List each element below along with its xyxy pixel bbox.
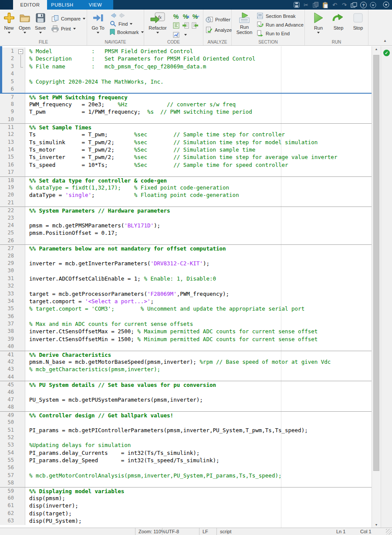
line-number[interactable]: 22: [0, 207, 17, 214]
forward-icon[interactable]: [119, 13, 126, 18]
code-line-9[interactable]: 9T_pwm = 1/PWM_frequency; %s // PWM swit…: [0, 108, 372, 115]
line-number[interactable]: 47: [0, 396, 17, 403]
code-line-8[interactable]: 8PWM_frequency = 20e3; %Hz // converter …: [0, 101, 372, 108]
line-number[interactable]: 60: [0, 494, 17, 502]
line-number[interactable]: 11: [0, 124, 17, 131]
run-section-button[interactable]: Run Section: [234, 10, 254, 35]
line-number[interactable]: 2: [0, 55, 17, 62]
indent-left-icon[interactable]: [192, 22, 199, 29]
bookmark-dropdown-caret[interactable]: [141, 31, 144, 33]
new-dropdown-caret[interactable]: [8, 32, 10, 34]
code-line-25[interactable]: 25pmsm.PositionOffset = 0.17;: [0, 229, 372, 237]
find-button[interactable]: Find: [110, 20, 144, 28]
code-line-26[interactable]: 26: [0, 237, 372, 244]
code-line-12[interactable]: 12Ts = T_pwm; %sec // Sample time step f…: [0, 131, 372, 138]
print-button[interactable]: Print: [51, 24, 85, 33]
code-line-18[interactable]: 18%% Set data type for controller & code…: [0, 176, 372, 184]
save-button[interactable]: Save: [33, 10, 48, 34]
line-number[interactable]: 1: [0, 47, 17, 55]
scroll-down-icon[interactable]: ▼: [372, 523, 381, 526]
wrap-comments-icon[interactable]: %↵: [193, 13, 198, 20]
line-number[interactable]: 48: [0, 403, 17, 411]
status-encoding[interactable]: UTF-8: [162, 528, 199, 535]
line-number[interactable]: 54: [0, 449, 17, 457]
code-line-62[interactable]: 62disp(target);: [0, 510, 372, 517]
line-number[interactable]: 10: [0, 116, 17, 123]
code-line-13[interactable]: 13Ts_simulink = T_pwm/2; %sec // Simulat…: [0, 139, 372, 146]
tab-publish[interactable]: PUBLISH: [47, 0, 78, 10]
code-line-21[interactable]: 21: [0, 199, 372, 207]
cut-icon[interactable]: ✂: [303, 2, 309, 8]
line-number[interactable]: 61: [0, 502, 17, 509]
code-line-44[interactable]: 44: [0, 373, 372, 381]
line-number[interactable]: 34: [0, 298, 17, 305]
section-break-button[interactable]: Section Break: [257, 12, 304, 20]
code-line-15[interactable]: 15Ts_inverter = T_pwm/2; %sec // Simulat…: [0, 153, 372, 161]
code-line-16[interactable]: 16Ts_speed = 10*Ts; %Sec // Sample time …: [0, 161, 372, 169]
code-line-49[interactable]: 49%% Controller design // Get ballpark v…: [0, 411, 372, 419]
line-number[interactable]: 55: [0, 457, 17, 464]
line-number[interactable]: 21: [0, 199, 17, 207]
compare-button[interactable]: Compare: [51, 14, 85, 23]
code-line-24[interactable]: 24pmsm = mcb.getPMSMParameters('BLY171D'…: [0, 222, 372, 229]
code-line-55[interactable]: 55PI_params.delay_Speed = int32(Ts_speed…: [0, 457, 372, 464]
fold-gutter[interactable]: [17, 63, 25, 70]
fold-gutter[interactable]: [17, 55, 25, 62]
line-number[interactable]: 6: [0, 85, 17, 93]
line-number[interactable]: 15: [0, 153, 17, 161]
line-number[interactable]: 53: [0, 441, 17, 449]
line-number[interactable]: 7: [0, 94, 17, 100]
code-line-57[interactable]: 57% mcb.getMotorControlAnalysis(pmsm,inv…: [0, 472, 372, 479]
line-number[interactable]: 51: [0, 427, 17, 434]
code-line-31[interactable]: 31inverter.ADCOffsetCalibEnable = 1; % E…: [0, 275, 372, 282]
code-line-61[interactable]: 61disp(inverter);: [0, 502, 372, 509]
status-eol[interactable]: LF: [199, 528, 216, 535]
tab-editor[interactable]: EDITOR: [13, 0, 47, 10]
bookmark-button[interactable]: Bookmark: [110, 28, 144, 36]
code-line-53[interactable]: 53%Updating delays for simulation: [0, 441, 372, 449]
line-number[interactable]: 59: [0, 488, 17, 494]
code-line-41[interactable]: 41%% Derive Characteristics: [0, 351, 372, 358]
line-number[interactable]: 20: [0, 191, 17, 199]
line-number[interactable]: 8: [0, 101, 17, 108]
goto-dropdown-caret[interactable]: [97, 32, 99, 34]
line-number[interactable]: 5: [0, 78, 17, 85]
open-dropdown-caret[interactable]: [24, 32, 26, 34]
comment-icon[interactable]: %: [173, 14, 179, 20]
line-number[interactable]: 63: [0, 517, 17, 525]
line-number[interactable]: 58: [0, 479, 17, 487]
line-number[interactable]: 32: [0, 282, 17, 290]
line-number[interactable]: 50: [0, 419, 17, 426]
code-line-43[interactable]: 43% mcb_getCharacteristics(pmsm,inverter…: [0, 366, 372, 373]
code-line-2[interactable]: 2% Description : Set Parameters for PMSM…: [0, 55, 372, 62]
print-dropdown-caret[interactable]: [73, 28, 76, 30]
status-file-type[interactable]: script: [216, 528, 259, 535]
code-line-63[interactable]: 63disp(PU_System);: [0, 517, 372, 525]
smart-indent-icon[interactable]: [173, 22, 179, 29]
open-button[interactable]: Open: [17, 10, 33, 34]
code-line-51[interactable]: 51PI_params = mcb.getPIControllerParamet…: [0, 427, 372, 434]
line-number[interactable]: 36: [0, 313, 17, 320]
line-number[interactable]: 13: [0, 139, 17, 146]
fold-collapse-icon[interactable]: −: [18, 49, 23, 54]
paste-icon[interactable]: [322, 2, 328, 8]
line-number[interactable]: 46: [0, 389, 17, 396]
line-number[interactable]: 30: [0, 267, 17, 274]
code-line-42[interactable]: 42pmsm.N_base = mcb.getMotorBaseSpeed(pm…: [0, 358, 372, 366]
code-line-11[interactable]: 11%% Set Sample Times: [0, 123, 372, 131]
line-number[interactable]: 24: [0, 222, 17, 229]
code-line-17[interactable]: 17: [0, 169, 372, 176]
code-line-60[interactable]: 60disp(pmsm);: [0, 494, 372, 502]
line-number[interactable]: 40: [0, 343, 17, 350]
line-number[interactable]: 17: [0, 169, 17, 176]
line-number[interactable]: 31: [0, 275, 17, 282]
code-line-7[interactable]: 7%% Set PWM Switching frequency: [0, 93, 372, 100]
line-number[interactable]: 25: [0, 229, 17, 237]
code-line-48[interactable]: 48: [0, 403, 372, 411]
line-number[interactable]: 39: [0, 335, 17, 343]
collapse-toolstrip-icon[interactable]: ▲: [383, 39, 387, 43]
scroll-up-icon[interactable]: ▲: [372, 47, 381, 51]
code-line-59[interactable]: 59%% Displaying model variables: [0, 487, 372, 494]
code-line-54[interactable]: 54PI_params.delay_Currents = int32(Ts/Ts…: [0, 449, 372, 457]
code-line-4[interactable]: 4: [0, 70, 372, 78]
